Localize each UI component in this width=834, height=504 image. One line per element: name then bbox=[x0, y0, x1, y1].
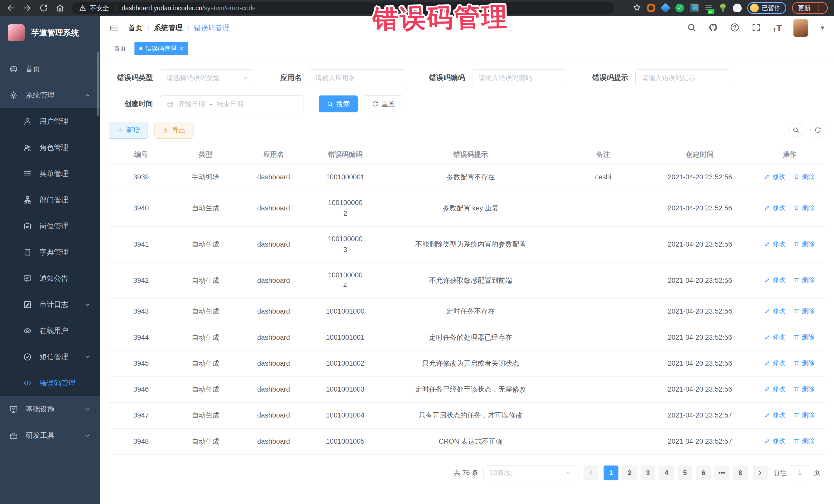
app-name-input[interactable] bbox=[309, 69, 404, 86]
delete-link[interactable]: 删除 bbox=[793, 332, 814, 342]
delete-link[interactable]: 删除 bbox=[793, 306, 814, 316]
close-icon[interactable]: × bbox=[180, 45, 183, 52]
next-page-button[interactable] bbox=[753, 465, 768, 480]
page-size-select[interactable]: 10条/页 bbox=[483, 465, 578, 480]
export-button[interactable]: 导出 bbox=[154, 122, 194, 138]
page-button-5[interactable]: 5 bbox=[678, 465, 692, 480]
url-text[interactable]: dashboard.yudao.iocoder.cn/system/error-… bbox=[122, 4, 256, 12]
sidebar-item-audit-log[interactable]: 审计日志 bbox=[0, 291, 100, 318]
search-icon[interactable] bbox=[687, 23, 697, 34]
tag-首页[interactable]: 首页 bbox=[109, 42, 131, 55]
page-button-1[interactable]: 1 bbox=[603, 465, 618, 480]
goto-page-input[interactable] bbox=[790, 465, 810, 480]
fullscreen-icon[interactable] bbox=[751, 23, 761, 34]
home-icon[interactable] bbox=[56, 3, 65, 13]
extension-icon-7[interactable] bbox=[733, 4, 742, 12]
sidebar-item-role[interactable]: 角色管理 bbox=[0, 134, 100, 161]
sidebar-item-dict[interactable]: 字典管理 bbox=[0, 239, 100, 265]
sidebar-collapse-icon[interactable] bbox=[109, 23, 119, 33]
edit-link[interactable]: 修改 bbox=[764, 410, 785, 420]
extension-icon-2[interactable] bbox=[660, 3, 670, 13]
edit-icon bbox=[764, 277, 770, 283]
sidebar-item-user[interactable]: 用户管理 bbox=[0, 108, 100, 134]
reload-icon[interactable] bbox=[39, 3, 48, 13]
delete-link[interactable]: 删除 bbox=[793, 410, 814, 420]
edit-link[interactable]: 修改 bbox=[764, 358, 785, 368]
edit-link[interactable]: 修改 bbox=[764, 332, 785, 342]
edit-link[interactable]: 修改 bbox=[764, 239, 785, 249]
sidebar-item-notice[interactable]: 通知公告 bbox=[0, 265, 100, 291]
show-search-toggle-button[interactable] bbox=[788, 123, 803, 137]
user-avatar[interactable] bbox=[793, 19, 808, 37]
tag-错误码管理[interactable]: 错误码管理× bbox=[134, 42, 188, 55]
browser-profile-chip[interactable]: 已暂停 bbox=[747, 2, 786, 14]
breadcrumb-system[interactable]: 系统管理 bbox=[154, 23, 183, 33]
sidebar-item-label: 用户管理 bbox=[40, 116, 68, 126]
app-name-label: 应用名 bbox=[280, 73, 302, 83]
add-button[interactable]: 新增 bbox=[109, 122, 148, 138]
logo-image bbox=[8, 24, 25, 41]
extension-icon-5[interactable] bbox=[704, 4, 713, 12]
kebab-menu-icon[interactable]: ⋮ bbox=[815, 6, 822, 9]
pager-ellipsis[interactable]: ••• bbox=[715, 465, 729, 480]
extension-icon-3[interactable]: ✓ bbox=[675, 4, 684, 12]
refresh-table-button[interactable] bbox=[810, 123, 825, 137]
page-button-4[interactable]: 4 bbox=[659, 465, 674, 480]
cell-code: 1001001004 bbox=[309, 403, 381, 429]
page-button-2[interactable]: 2 bbox=[622, 465, 637, 480]
edit-link[interactable]: 修改 bbox=[764, 275, 785, 285]
sidebar-item-error-code[interactable]: 错误码管理 bbox=[0, 370, 100, 396]
github-icon[interactable] bbox=[708, 23, 718, 34]
reset-button[interactable]: 重置 bbox=[364, 95, 403, 112]
prev-page-button[interactable] bbox=[584, 465, 598, 480]
forward-icon[interactable] bbox=[23, 3, 32, 13]
extension-icon-1[interactable] bbox=[647, 4, 655, 12]
edit-link[interactable]: 修改 bbox=[764, 384, 785, 394]
cell-remark bbox=[560, 429, 646, 455]
sidebar-item-infrastructure[interactable]: 基础设施 bbox=[0, 396, 100, 422]
sidebar-scrollbar[interactable] bbox=[97, 52, 99, 116]
edit-link[interactable]: 修改 bbox=[764, 436, 785, 446]
cell-remark bbox=[560, 351, 646, 376]
delete-link[interactable]: 删除 bbox=[793, 358, 814, 368]
extension-icon-6[interactable] bbox=[719, 4, 727, 12]
delete-link[interactable]: 删除 bbox=[793, 384, 814, 394]
delete-link[interactable]: 删除 bbox=[793, 436, 814, 446]
chevron-down-icon[interactable]: ▼ bbox=[820, 25, 825, 31]
error-hint-input[interactable] bbox=[635, 69, 730, 86]
sidebar-item-home[interactable]: 首页 bbox=[0, 56, 100, 82]
page-button-3[interactable]: 3 bbox=[640, 465, 655, 480]
font-size-icon[interactable]: TT bbox=[773, 23, 782, 33]
cell-app: dashboard bbox=[238, 403, 309, 429]
bookmark-star-icon[interactable] bbox=[633, 3, 641, 13]
sidebar-item-devtools[interactable]: 研发工具 bbox=[0, 422, 100, 448]
date-range-picker[interactable]: 开始日期 - 结束日期 bbox=[160, 95, 304, 112]
delete-link[interactable]: 删除 bbox=[793, 239, 814, 249]
page-button-8[interactable]: 8 bbox=[733, 465, 748, 480]
address-bar[interactable]: 不安全 dashboard.yudao.iocoder.cn/system/er… bbox=[72, 2, 615, 14]
browser-update-button[interactable]: 更新 ⋮ bbox=[792, 2, 828, 14]
help-icon[interactable] bbox=[730, 23, 740, 34]
edit-link[interactable]: 修改 bbox=[764, 172, 785, 182]
delete-link[interactable]: 删除 bbox=[793, 275, 814, 285]
breadcrumb-home[interactable]: 首页 bbox=[128, 23, 143, 33]
back-icon[interactable] bbox=[6, 3, 15, 13]
delete-link[interactable]: 删除 bbox=[793, 203, 814, 213]
extension-icon-4[interactable] bbox=[690, 4, 699, 12]
sidebar-item-online-user[interactable]: 在线用户 bbox=[0, 318, 100, 344]
search-button[interactable]: 搜索 bbox=[319, 95, 358, 112]
edit-link[interactable]: 修改 bbox=[764, 306, 785, 316]
error-code-input[interactable] bbox=[472, 69, 567, 86]
edit-link[interactable]: 修改 bbox=[764, 203, 785, 213]
sidebar-item-sms[interactable]: 短信管理 bbox=[0, 344, 100, 370]
sidebar-item-dept[interactable]: 部门管理 bbox=[0, 187, 100, 213]
sidebar-item-post[interactable]: 岗位管理 bbox=[0, 213, 100, 239]
sidebar-logo[interactable]: 芋道管理系统 bbox=[0, 16, 100, 50]
error-type-select[interactable]: 请选择错误码类型 bbox=[160, 69, 255, 86]
sidebar-item-system[interactable]: 系统管理 bbox=[0, 82, 100, 108]
delete-link[interactable]: 删除 bbox=[793, 172, 814, 182]
sidebar-item-menu[interactable]: 菜单管理 bbox=[0, 161, 100, 187]
security-label[interactable]: 不安全 bbox=[90, 4, 109, 12]
page-button-6[interactable]: 6 bbox=[696, 465, 711, 480]
cell-hint: 参数配置 key 重复 bbox=[381, 191, 560, 226]
